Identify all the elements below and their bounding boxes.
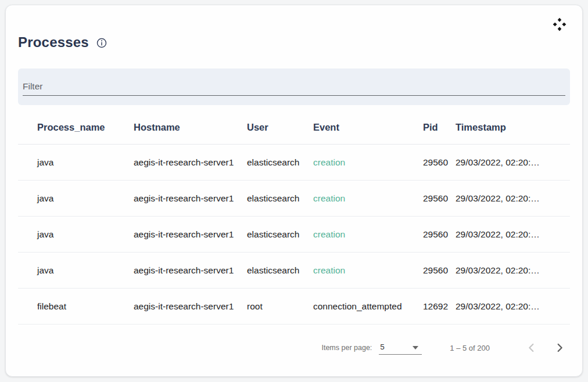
column-header-timestamp: Timestamp — [456, 122, 570, 133]
cell-event: creation — [313, 193, 423, 204]
cell-pid: 29560 — [423, 229, 456, 240]
cell-timestamp: 29/03/2022, 02:20:… — [456, 265, 570, 276]
paginator: Items per page: 5 1 – 5 of 200 — [18, 334, 570, 361]
cell-hostname: aegis-it-research-server1 — [134, 193, 247, 204]
table-row: java aegis-it-research-server1 elasticse… — [18, 253, 570, 289]
page-range-label: 1 – 5 of 200 — [450, 344, 490, 352]
cell-pid: 29560 — [423, 193, 456, 204]
cell-timestamp: 29/03/2022, 02:20:… — [456, 157, 570, 168]
cell-event: connection_attempted — [313, 301, 423, 312]
cell-event: creation — [313, 229, 423, 240]
filter-input[interactable] — [23, 81, 565, 96]
cell-user: elasticsearch — [247, 265, 313, 276]
cell-pid: 29560 — [423, 265, 456, 276]
cell-user: elasticsearch — [247, 157, 313, 168]
table-row: java aegis-it-research-server1 elasticse… — [18, 181, 570, 217]
items-per-page-select[interactable]: 5 — [379, 341, 422, 355]
table-header-row: Process_name Hostname User Event Pid Tim… — [18, 111, 570, 145]
next-page-button[interactable] — [549, 337, 570, 358]
items-per-page-label: Items per page: — [321, 344, 372, 352]
table-row: filebeat aegis-it-research-server1 root … — [18, 289, 570, 325]
column-header-hostname: Hostname — [134, 122, 247, 133]
cell-pid: 12692 — [423, 301, 456, 312]
cell-hostname: aegis-it-research-server1 — [134, 301, 247, 312]
cell-process-name: java — [18, 157, 134, 168]
cell-hostname: aegis-it-research-server1 — [134, 229, 247, 240]
table-body: java aegis-it-research-server1 elasticse… — [18, 145, 570, 325]
column-header-user: User — [247, 122, 313, 133]
dropdown-arrow-icon — [413, 346, 418, 349]
processes-panel: Processes Process_name Hostname User Eve… — [5, 5, 583, 377]
cell-user: elasticsearch — [247, 193, 313, 204]
page-title: Processes — [18, 34, 89, 51]
info-icon[interactable] — [96, 38, 107, 48]
cell-timestamp: 29/03/2022, 02:20:… — [456, 301, 570, 312]
cell-event: creation — [313, 157, 423, 168]
cell-user: root — [247, 301, 313, 312]
column-header-pid: Pid — [423, 122, 456, 133]
cell-event: creation — [313, 265, 423, 276]
cell-timestamp: 29/03/2022, 02:20:… — [456, 193, 570, 204]
chevron-right-icon — [553, 341, 566, 354]
cell-process-name: java — [18, 193, 134, 204]
cell-hostname: aegis-it-research-server1 — [134, 265, 247, 276]
table-row: java aegis-it-research-server1 elasticse… — [18, 217, 570, 253]
move-handle-icon[interactable] — [552, 17, 567, 32]
previous-page-button[interactable] — [521, 337, 542, 358]
chevron-left-icon — [525, 341, 538, 354]
filter-field — [18, 69, 570, 105]
cell-process-name: java — [18, 265, 134, 276]
items-per-page-value: 5 — [380, 343, 385, 351]
table-row: java aegis-it-research-server1 elasticse… — [18, 145, 570, 181]
cell-process-name: java — [18, 229, 134, 240]
cell-timestamp: 29/03/2022, 02:20:… — [456, 229, 570, 240]
cell-hostname: aegis-it-research-server1 — [134, 157, 247, 168]
cell-process-name: filebeat — [18, 301, 134, 312]
cell-user: elasticsearch — [247, 229, 313, 240]
column-header-process-name: Process_name — [18, 122, 134, 133]
panel-header: Processes — [18, 34, 107, 51]
cell-pid: 29560 — [423, 157, 456, 168]
processes-table: Process_name Hostname User Event Pid Tim… — [18, 111, 570, 325]
column-header-event: Event — [313, 122, 423, 133]
